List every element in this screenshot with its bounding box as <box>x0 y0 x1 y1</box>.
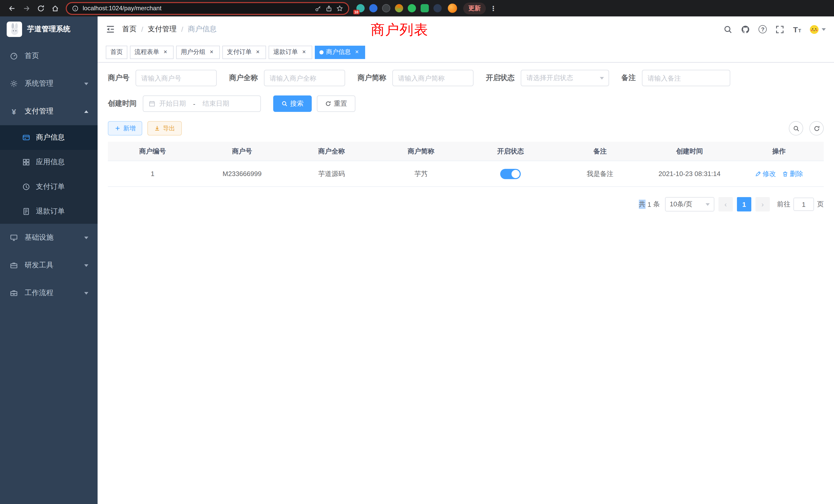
chevron-down-icon <box>84 292 88 294</box>
help-icon[interactable]: ? <box>759 25 767 33</box>
sidebar-item-devtools[interactable]: 研发工具 <box>0 251 97 279</box>
bookmark-star-icon[interactable] <box>336 5 343 12</box>
refresh-icon <box>325 100 331 107</box>
delete-link[interactable]: 删除 <box>782 169 803 178</box>
share-icon[interactable] <box>326 5 332 12</box>
browser-menu-icon[interactable]: ⋮ <box>490 4 497 12</box>
extension-icon-1[interactable]: 10 <box>356 4 365 12</box>
payment-submenu: 商户信息 应用信息 支付订单 <box>0 125 97 224</box>
col-merchant-id: 商户编号 <box>108 146 197 156</box>
tab-process-form[interactable]: 流程表单 × <box>130 45 174 59</box>
extension-icon-3[interactable] <box>382 4 390 12</box>
close-icon[interactable]: × <box>162 48 169 56</box>
table-row: 1 M233666999 芋道源码 芋艿 我是备注 2021-10-23 08:… <box>108 161 824 187</box>
page-content: 商户号 商户全称 商户简称 开启状态 请选择开启状态 <box>97 63 834 504</box>
user-menu[interactable] <box>810 25 826 33</box>
edit-link[interactable]: 修改 <box>755 169 776 178</box>
sidebar-item-infra[interactable]: 基础设施 <box>0 224 97 251</box>
sidebar-item-system[interactable]: 系统管理 <box>0 70 97 97</box>
refresh-table-button[interactable] <box>809 121 824 136</box>
browser-forward-icon[interactable] <box>20 2 33 14</box>
page-size-select[interactable]: 10条/页 <box>665 197 714 211</box>
sidebar-item-refund-order[interactable]: 退款订单 <box>0 199 97 224</box>
address-bar[interactable]: localhost:1024/pay/merchant <box>66 2 349 15</box>
cell-status <box>466 168 555 179</box>
github-icon[interactable] <box>741 25 750 33</box>
breadcrumb-home[interactable]: 首页 <box>122 25 137 34</box>
goto-page-input[interactable] <box>793 198 814 211</box>
sidebar-item-home[interactable]: 首页 <box>0 42 97 70</box>
font-size-icon[interactable]: TT <box>793 25 801 33</box>
full-name-input[interactable] <box>270 74 339 82</box>
extension-icon-5[interactable] <box>408 4 416 12</box>
breadcrumb-separator: / <box>181 25 183 33</box>
fullscreen-icon[interactable] <box>776 25 785 33</box>
remark-input[interactable] <box>648 74 725 82</box>
short-name-input[interactable] <box>398 74 468 82</box>
search-button[interactable]: 搜索 <box>273 95 312 112</box>
extension-icon-4[interactable] <box>395 4 403 12</box>
close-icon[interactable]: × <box>353 48 360 56</box>
sidebar-item-workflow[interactable]: 工作流程 <box>0 279 97 307</box>
download-icon <box>154 125 160 131</box>
close-icon[interactable]: × <box>254 48 261 56</box>
site-info-icon[interactable] <box>72 5 79 12</box>
filter-status: 开启状态 请选择开启状态 <box>486 70 609 86</box>
browser-reload-icon[interactable] <box>34 2 47 14</box>
col-actions: 操作 <box>734 146 824 156</box>
chevron-down-icon <box>84 236 88 239</box>
prev-page-button[interactable]: ‹ <box>719 197 733 211</box>
close-icon[interactable]: × <box>208 48 215 56</box>
password-key-icon[interactable] <box>315 5 322 12</box>
order-icon <box>22 183 31 191</box>
tab-pay-order[interactable]: 支付订单 × <box>222 45 266 59</box>
export-button[interactable]: 导出 <box>147 121 182 136</box>
status-select[interactable]: 请选择开启状态 <box>521 70 609 86</box>
status-toggle[interactable] <box>500 168 521 179</box>
dashboard-icon <box>9 52 19 60</box>
browser-back-icon[interactable] <box>5 2 19 14</box>
col-full-name: 商户全称 <box>287 146 376 156</box>
tab-home[interactable]: 首页 <box>106 45 127 59</box>
browser-update-button[interactable]: 更新 <box>463 2 486 14</box>
page-number-1[interactable]: 1 <box>737 197 751 211</box>
next-page-button[interactable]: › <box>755 197 770 211</box>
sidebar-item-payment[interactable]: ¥ 支付管理 <box>0 97 97 125</box>
sidebar-fold-icon[interactable] <box>106 25 115 34</box>
tags-view: 首页 流程表单 × 用户分组 × 支付订单 × 退款订单 × <box>97 42 834 63</box>
app-logo-row[interactable]: 芋道管理系统 <box>0 17 97 42</box>
tab-merchant-info[interactable]: 商户信息 × <box>315 45 365 59</box>
sidebar-item-pay-order[interactable]: 支付订单 <box>0 175 97 199</box>
extension-icon-6[interactable] <box>421 4 429 12</box>
show-search-toggle-button[interactable] <box>789 121 803 136</box>
trash-icon <box>782 171 788 177</box>
date-range-picker[interactable]: 开始日期 - 结束日期 <box>143 95 261 112</box>
tab-user-group[interactable]: 用户分组 × <box>176 45 220 59</box>
document-icon <box>22 207 31 215</box>
filter-full-name: 商户全称 <box>229 70 345 86</box>
close-icon[interactable]: × <box>301 48 308 56</box>
sidebar-item-merchant-info[interactable]: 商户信息 <box>0 125 97 150</box>
extension-icon-7[interactable] <box>434 4 442 12</box>
browser-profile-avatar[interactable] <box>448 4 457 13</box>
tab-refund-order[interactable]: 退款订单 × <box>269 45 312 59</box>
pagination: 共 1 条 10条/页 ‹ 1 › 前往 页 <box>108 197 824 211</box>
chevron-down-icon <box>822 28 826 30</box>
url-text: localhost:1024/pay/merchant <box>83 5 311 12</box>
add-button[interactable]: 新增 <box>108 121 142 136</box>
col-create-time: 创建时间 <box>645 146 734 156</box>
briefcase-icon <box>9 289 19 297</box>
filter-create-time: 创建时间 开始日期 - 结束日期 <box>108 95 261 112</box>
browser-home-icon[interactable] <box>48 2 62 14</box>
col-status: 开启状态 <box>466 146 555 156</box>
goto-page: 前往 页 <box>777 198 824 211</box>
right-tools <box>789 121 824 136</box>
breadcrumb-section[interactable]: 支付管理 <box>148 25 177 34</box>
search-icon[interactable] <box>724 25 732 33</box>
cell-full-name: 芋道源码 <box>287 169 376 178</box>
merchant-no-input[interactable] <box>141 74 211 82</box>
reset-button[interactable]: 重置 <box>317 95 355 112</box>
sidebar-item-app-info[interactable]: 应用信息 <box>0 150 97 175</box>
search-icon <box>281 100 288 107</box>
extension-icon-2[interactable] <box>369 4 377 12</box>
